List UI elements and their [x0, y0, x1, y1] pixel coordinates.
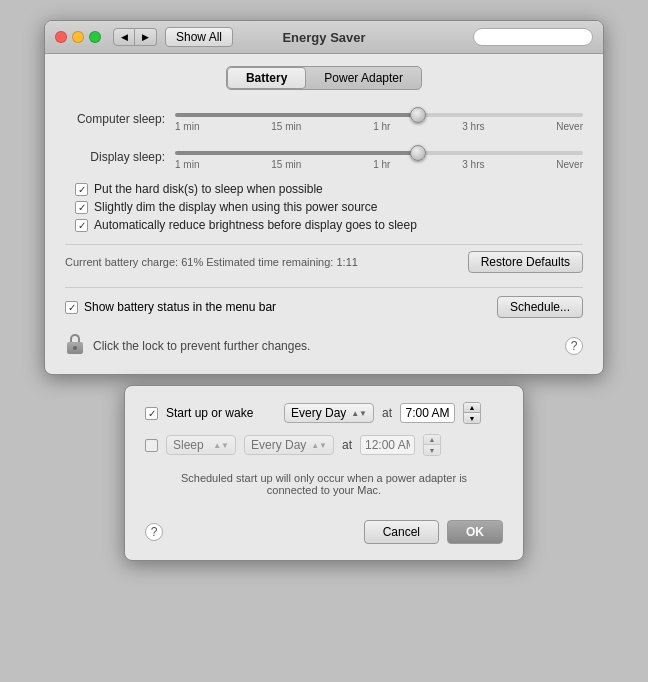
minimize-button[interactable] [72, 31, 84, 43]
schedule-row-1: ✓ Start up or wake Every Day ▲▼ at ▲ ▼ [145, 402, 503, 424]
status-bar: Current battery charge: 61% Estimated ti… [65, 244, 583, 279]
tick-3hrs-d: 3 hrs [462, 159, 484, 170]
tab-container: Battery Power Adapter [226, 66, 422, 90]
tick-1min-d: 1 min [175, 159, 199, 170]
tab-row: Battery Power Adapter [65, 66, 583, 90]
schedule-button[interactable]: Schedule... [497, 296, 583, 318]
startup-at-label: at [382, 406, 392, 420]
show-battery-row: ✓ Show battery status in the menu bar [65, 300, 276, 314]
dialog-buttons: Cancel OK [364, 520, 503, 544]
lock-body [67, 342, 83, 354]
lock-keyhole [73, 346, 77, 350]
sleep-day-dropdown[interactable]: Every Day ▲▼ [244, 435, 334, 455]
display-sleep-slider-container: 1 min 15 min 1 hr 3 hrs Never [175, 144, 583, 170]
sleep-action-arrow: ▲▼ [213, 441, 229, 450]
sleep-at-label: at [342, 438, 352, 452]
show-all-button[interactable]: Show All [165, 27, 233, 47]
startup-day-value: Every Day [291, 406, 346, 420]
startup-day-dropdown[interactable]: Every Day ▲▼ [284, 403, 374, 423]
reduce-brightness-checkbox[interactable]: ✓ [75, 219, 88, 232]
tab-power-adapter[interactable]: Power Adapter [306, 67, 421, 89]
ok-button[interactable]: OK [447, 520, 503, 544]
lock-text: Click the lock to prevent further change… [93, 339, 310, 353]
tick-3hrs: 3 hrs [462, 121, 484, 132]
schedule-bottom: ? Cancel OK [145, 512, 503, 544]
traffic-lights [55, 31, 101, 43]
checkbox-section: ✓ Put the hard disk(s) to sleep when pos… [65, 182, 583, 232]
status-text: Current battery charge: 61% Estimated ti… [65, 256, 358, 268]
startup-label: Start up or wake [166, 406, 276, 420]
sleep-checkbox[interactable]: ✓ [145, 439, 158, 452]
tick-never-d: Never [556, 159, 583, 170]
hard-disk-sleep-label: Put the hard disk(s) to sleep when possi… [94, 182, 323, 196]
help-icon[interactable]: ? [565, 337, 583, 355]
maximize-button[interactable] [89, 31, 101, 43]
window-body: Battery Power Adapter Computer sleep: 1 … [45, 54, 603, 374]
display-sleep-slider[interactable] [175, 151, 583, 155]
lock-icon[interactable] [65, 334, 85, 358]
startup-checkbox[interactable]: ✓ [145, 407, 158, 420]
close-button[interactable] [55, 31, 67, 43]
sleep-day-arrow: ▲▼ [311, 441, 327, 450]
computer-sleep-row: Computer sleep: 1 min 15 min 1 hr 3 hrs … [65, 106, 583, 132]
lock-bar: Click the lock to prevent further change… [65, 326, 583, 362]
startup-time-down[interactable]: ▼ [464, 413, 480, 423]
sleep-time-down[interactable]: ▼ [424, 445, 440, 455]
startup-day-arrow: ▲▼ [351, 409, 367, 418]
tick-never: Never [556, 121, 583, 132]
tick-15min: 15 min [271, 121, 301, 132]
forward-button[interactable]: ▶ [135, 28, 157, 46]
tab-battery[interactable]: Battery [227, 67, 306, 89]
title-bar: ◀ ▶ Show All Energy Saver [45, 21, 603, 54]
computer-sleep-slider-container: 1 min 15 min 1 hr 3 hrs Never [175, 106, 583, 132]
sleep-time-input[interactable] [360, 435, 415, 455]
bottom-bar: ✓ Show battery status in the menu bar Sc… [65, 287, 583, 326]
checkbox-row-3: ✓ Automatically reduce brightness before… [75, 218, 583, 232]
sleep-action-dropdown[interactable]: Sleep ▲▼ [166, 435, 236, 455]
nav-buttons: ◀ ▶ [113, 28, 157, 46]
lock-left: Click the lock to prevent further change… [65, 334, 310, 358]
dialog-help-icon[interactable]: ? [145, 523, 163, 541]
computer-sleep-slider[interactable] [175, 113, 583, 117]
computer-sleep-label: Computer sleep: [65, 112, 175, 126]
tick-1hr: 1 hr [373, 121, 390, 132]
sleep-time-stepper: ▲ ▼ [423, 434, 441, 456]
cancel-button[interactable]: Cancel [364, 520, 439, 544]
show-battery-label: Show battery status in the menu bar [84, 300, 276, 314]
lock-shackle [70, 334, 80, 342]
startup-time-input[interactable] [400, 403, 455, 423]
sleep-action-value: Sleep [173, 438, 204, 452]
startup-time-stepper: ▲ ▼ [463, 402, 481, 424]
reduce-brightness-label: Automatically reduce brightness before d… [94, 218, 417, 232]
dim-display-checkbox[interactable]: ✓ [75, 201, 88, 214]
sleep-time-up[interactable]: ▲ [424, 435, 440, 445]
checkbox-row-1: ✓ Put the hard disk(s) to sleep when pos… [75, 182, 583, 196]
sleep-day-value: Every Day [251, 438, 306, 452]
back-button[interactable]: ◀ [113, 28, 135, 46]
main-window: ◀ ▶ Show All Energy Saver Battery Power … [44, 20, 604, 375]
tick-1hr-d: 1 hr [373, 159, 390, 170]
search-input[interactable] [473, 28, 593, 46]
display-sleep-row: Display sleep: 1 min 15 min 1 hr 3 hrs N… [65, 144, 583, 170]
checkbox-row-2: ✓ Slightly dim the display when using th… [75, 200, 583, 214]
show-battery-checkbox[interactable]: ✓ [65, 301, 78, 314]
tick-15min-d: 15 min [271, 159, 301, 170]
hard-disk-sleep-checkbox[interactable]: ✓ [75, 183, 88, 196]
schedule-row-2: ✓ Sleep ▲▼ Every Day ▲▼ at ▲ ▼ [145, 434, 503, 456]
window-title: Energy Saver [282, 30, 365, 45]
startup-time-up[interactable]: ▲ [464, 403, 480, 413]
schedule-note: Scheduled start up will only occur when … [145, 466, 503, 502]
schedule-dialog: ✓ Start up or wake Every Day ▲▼ at ▲ ▼ ✓… [124, 385, 524, 561]
tick-1min: 1 min [175, 121, 199, 132]
dim-display-label: Slightly dim the display when using this… [94, 200, 377, 214]
display-sleep-label: Display sleep: [65, 150, 175, 164]
restore-defaults-button[interactable]: Restore Defaults [468, 251, 583, 273]
